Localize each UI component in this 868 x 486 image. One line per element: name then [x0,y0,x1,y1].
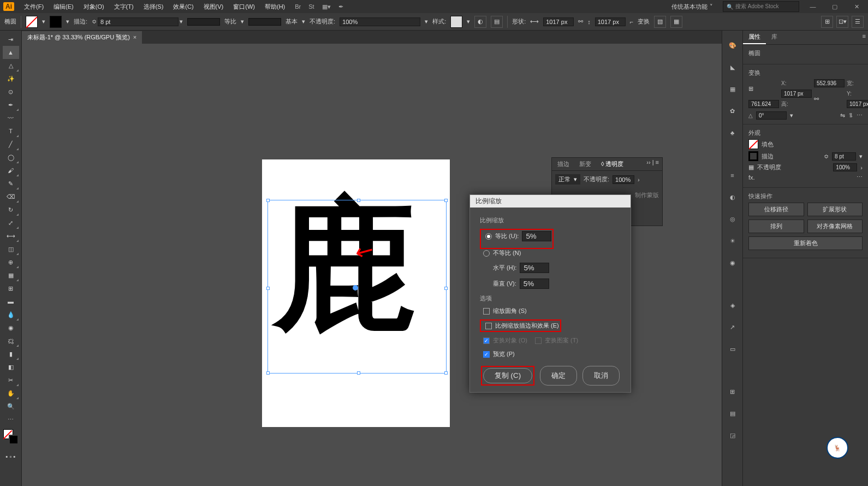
tab-gradient[interactable]: 新变 [577,159,593,169]
scale-tool[interactable]: ⤢ [3,216,19,229]
doc-setup-icon[interactable]: ⊞ [821,16,833,28]
window-restore[interactable]: ▢ [827,1,843,12]
snap-icon[interactable]: ▦ [670,16,682,28]
stock-icon[interactable]: St [308,3,314,10]
stroke-weight-field[interactable] [98,17,179,26]
fill-stroke-swatches[interactable] [3,429,19,444]
menu-window[interactable]: 窗口(W) [229,2,259,12]
brush-definition[interactable] [248,18,281,26]
lasso-tool[interactable]: ⊙ [3,85,19,98]
menu-object[interactable]: 对象(O) [79,2,109,12]
recolor-button[interactable]: 重新着色 [748,236,863,250]
scale-corners-checkbox[interactable] [483,308,490,315]
column-graph-tool[interactable]: ▮ [3,347,19,360]
symbols-icon[interactable]: ♣ [727,127,739,139]
y-field[interactable] [748,100,779,108]
artboards-icon[interactable]: ▭ [727,343,739,355]
bridge-icon[interactable]: Br [295,3,301,10]
opacity-field-panel[interactable] [833,163,857,171]
flip-v-icon[interactable]: ⥮ [848,112,853,119]
align-panel-icon[interactable]: ⊞ [727,386,739,398]
link-icon[interactable]: ⚯ [578,18,583,25]
scale-strokes-checkbox[interactable] [485,323,492,329]
angle-field[interactable] [756,111,787,120]
uniform-radio[interactable] [485,233,492,240]
more-appearance-icon[interactable]: ⋯ [857,174,863,181]
shaper-tool[interactable]: ✎ [3,177,19,190]
cancel-button[interactable]: 取消 [582,366,620,386]
perspective-tool[interactable]: ▦ [3,269,19,282]
paintbrush-tool[interactable]: 🖌 [3,164,19,177]
offset-path-button[interactable]: 位移路径 [748,203,804,216]
direct-selection-tool[interactable]: △ [3,59,19,72]
artboard-tool[interactable]: ◧ [3,360,19,374]
panel-opacity-field[interactable] [613,175,634,184]
menu-select[interactable]: 选择(S) [139,2,168,12]
line-tool[interactable]: ╱ [3,138,19,151]
zoom-tool[interactable]: 🔍 [3,400,19,413]
workspace-switcher[interactable]: 传统基本功能 ˅ [667,2,717,12]
search-input[interactable]: 🔍 搜索 Adobe Stock [723,1,799,12]
menu-file[interactable]: 文件(F) [20,2,48,12]
prefs-icon[interactable]: ⊡▾ [836,16,848,28]
eyedropper-tool[interactable]: 💧 [3,308,19,321]
window-minimize[interactable]: — [805,1,821,12]
recolor-icon[interactable]: ◐ [474,16,486,28]
transform-panel-icon[interactable]: ◲ [727,429,739,441]
w-field[interactable] [781,90,812,98]
width-tool[interactable]: ⟷ [3,229,19,242]
fill-swatch-panel[interactable] [748,139,758,149]
stroke-swatch[interactable] [50,16,62,28]
magic-wand-tool[interactable]: ✨ [3,72,19,85]
hand-tool[interactable]: ✋ [3,387,19,400]
tab-properties[interactable]: 属性 [743,31,766,44]
menu-help[interactable]: 帮助(H) [260,2,289,12]
blend-tool[interactable]: ◉ [3,321,19,334]
color-mode-row[interactable]: ▪ ▫ ▪ [3,450,19,463]
flip-h-icon[interactable]: ⇋ [840,112,845,119]
menu-icon[interactable]: ☰ [852,16,864,28]
chevron-right-icon[interactable]: › [638,176,640,183]
window-close[interactable]: ✕ [848,1,865,12]
document-tab[interactable]: 未标题-1* @ 33.33% (RGB/GPU 预览) × [22,31,142,44]
x-field[interactable] [814,79,845,87]
selection-tool[interactable]: ▲ [3,46,19,59]
rectangle-tool[interactable]: ◯ [3,151,19,164]
pathfinder-icon[interactable]: ▤ [727,407,739,419]
fx-label[interactable]: fx. [748,174,755,181]
panel-menu-icon[interactable]: ≡ [860,31,868,44]
tab-transparency[interactable]: ◊ 透明度 [599,159,626,169]
asset-export-icon[interactable]: ↗ [727,321,739,333]
panel-collapse-icon[interactable]: ›› | ≡ [646,159,659,169]
slice-tool[interactable]: ✂ [3,374,19,387]
curvature-tool[interactable]: 〰 [3,111,19,125]
stroke-profile[interactable] [187,18,220,26]
blend-mode-dropdown[interactable]: 正常 ▾ [555,174,580,185]
nonuniform-radio[interactable] [483,250,490,257]
more-options-icon[interactable]: ⋯ [857,112,863,119]
vert-field[interactable] [520,278,549,289]
horiz-field[interactable] [520,263,549,273]
brushes-icon[interactable]: ✿ [727,105,739,117]
shape-h-field[interactable] [595,17,626,26]
align-icon[interactable]: ▤ [491,16,503,28]
opacity-field[interactable] [340,17,420,26]
mesh-tool[interactable]: ⊞ [3,282,19,295]
expand-shape-button[interactable]: 扩展形状 [807,203,863,216]
h-field[interactable] [847,100,868,108]
graphic-styles-icon[interactable]: ◉ [727,257,739,269]
rotate-tool[interactable]: ↻ [3,203,19,216]
pen-tool[interactable]: ✒ [3,98,19,111]
tab-libraries[interactable]: 库 [766,31,783,44]
menu-view[interactable]: 视图(V) [199,2,228,12]
weight-stepper[interactable]: ≎ [92,18,97,25]
symbol-sprayer-tool[interactable]: 🗯 [3,334,19,347]
stroke-swatch-panel[interactable] [748,151,758,161]
edit-toolbar[interactable]: ⋯ [3,413,19,426]
gradient-panel-icon[interactable]: ◐ [727,191,739,203]
preview-checkbox[interactable] [483,351,490,358]
gradient-tool[interactable]: ▬ [3,295,19,308]
grid-icon[interactable]: ▦▾ [322,3,331,10]
toolbox-collapse[interactable]: ⇥ [3,33,19,46]
menu-type[interactable]: 文字(T) [110,2,138,12]
